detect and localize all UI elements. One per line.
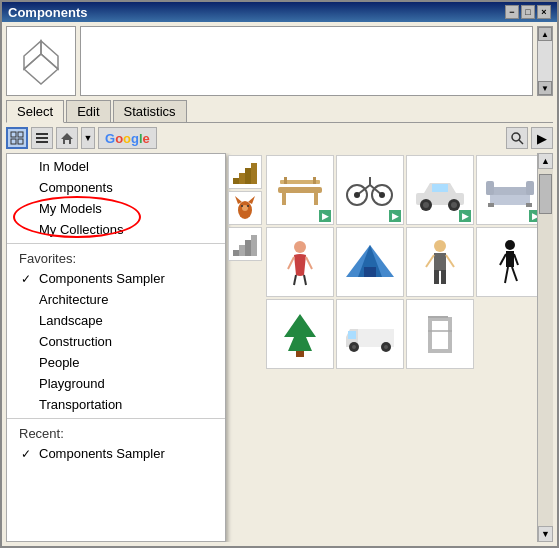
search-button[interactable] (506, 127, 528, 149)
svg-rect-29 (314, 193, 318, 205)
home-button[interactable] (56, 127, 78, 149)
walker1-image (481, 235, 537, 290)
svg-rect-4 (18, 132, 23, 137)
svg-rect-93 (348, 331, 356, 339)
svg-rect-76 (434, 270, 439, 284)
svg-marker-0 (24, 54, 58, 84)
svg-line-67 (294, 275, 296, 285)
tent-image (341, 235, 399, 290)
maximize-button[interactable]: □ (521, 5, 535, 19)
thumb-item-fox[interactable] (228, 191, 262, 225)
grid-view-button[interactable] (6, 127, 28, 149)
title-bar-buttons: − □ × (505, 5, 551, 19)
component-cell-car[interactable]: ▶ (406, 155, 474, 225)
menu-item-architecture[interactable]: Architecture (7, 289, 225, 310)
left-thumbnails (226, 153, 264, 542)
man-image (411, 235, 469, 290)
svg-line-75 (446, 255, 454, 267)
svg-line-82 (505, 267, 508, 283)
svg-line-66 (306, 257, 312, 269)
menu-item-components-sampler-recent[interactable]: ✓ Components Sampler (7, 443, 225, 464)
menu-item-landscape[interactable]: Landscape (7, 310, 225, 331)
grid-area: ▶ (264, 153, 537, 542)
tree-image (271, 307, 329, 362)
svg-marker-10 (61, 133, 73, 144)
menu-item-components-sampler[interactable]: ✓ Components Sampler (7, 268, 225, 289)
component-cell-sofa[interactable]: ▶ (476, 155, 537, 225)
component-arrow-bikes: ▶ (389, 210, 401, 222)
svg-rect-3 (11, 132, 16, 137)
woman-image (271, 235, 329, 290)
menu-item-transportation[interactable]: Transportation (7, 394, 225, 415)
component-cell-woman[interactable] (266, 227, 334, 297)
component-cell-walker1[interactable] (476, 227, 537, 297)
grid-scroll-thumb[interactable] (539, 174, 552, 214)
svg-rect-51 (526, 203, 532, 207)
svg-rect-101 (428, 349, 452, 353)
google-logo: Google (105, 131, 150, 146)
google-button[interactable]: Google (98, 127, 157, 149)
grid-view-icon (10, 131, 24, 145)
panel-body: ▲ ▼ Select Edit Statistics (2, 22, 557, 546)
checkmark-components-sampler: ✓ (19, 272, 33, 286)
svg-rect-6 (18, 139, 23, 144)
svg-marker-90 (284, 314, 316, 351)
svg-line-68 (304, 275, 306, 285)
svg-point-97 (384, 345, 388, 349)
close-button[interactable]: × (537, 5, 551, 19)
menu-item-my-models[interactable]: My Models (7, 198, 225, 219)
fox-icon (231, 194, 259, 222)
menu-item-playground[interactable]: Playground (7, 373, 225, 394)
list-view-icon (35, 131, 49, 145)
component-cell-truck[interactable] (336, 299, 404, 369)
component-cell-bikes[interactable]: ▶ (336, 155, 404, 225)
svg-point-38 (354, 192, 360, 198)
menu-item-my-collections[interactable]: My Collections (7, 219, 225, 240)
truck-image (341, 307, 399, 362)
component-cell-tent[interactable] (336, 227, 404, 297)
tab-statistics[interactable]: Statistics (113, 100, 187, 122)
svg-point-45 (451, 202, 457, 208)
svg-marker-2 (41, 41, 58, 69)
scroll-down-arrow[interactable]: ▼ (538, 81, 552, 95)
component-arrow-sofa: ▶ (529, 210, 537, 222)
thumb-item-stairs[interactable] (228, 155, 262, 189)
svg-rect-77 (441, 270, 446, 284)
menu-item-in-model[interactable]: In Model (7, 156, 225, 177)
checkmark-recent: ✓ (19, 447, 33, 461)
svg-line-80 (500, 254, 506, 265)
nav-dropdown-menu: In Model Components My Models My Collect… (6, 153, 226, 542)
grid-scrollbar: ▲ ▼ (537, 153, 553, 542)
preview-3d-icon (14, 34, 69, 89)
menu-item-construction[interactable]: Construction (7, 331, 225, 352)
preview-scrollbar: ▲ ▼ (537, 26, 553, 96)
forward-button[interactable]: ▶ (531, 127, 553, 149)
scroll-up-arrow[interactable]: ▲ (538, 27, 552, 41)
svg-rect-16 (251, 163, 257, 184)
menu-item-people[interactable]: People (7, 352, 225, 373)
minimize-button[interactable]: − (505, 5, 519, 19)
tab-select[interactable]: Select (6, 100, 64, 123)
grid-scroll-up[interactable]: ▲ (538, 153, 553, 169)
thumb-item-stairs2[interactable] (228, 227, 262, 261)
component-cell-frame[interactable] (406, 299, 474, 369)
nav-dropdown-button[interactable]: ▼ (81, 127, 95, 149)
tab-edit[interactable]: Edit (66, 100, 110, 122)
component-cell-man[interactable] (406, 227, 474, 297)
component-cell-tree[interactable] (266, 299, 334, 369)
component-cell-bench[interactable]: ▶ (266, 155, 334, 225)
grid-scroll-down[interactable]: ▼ (538, 526, 553, 542)
svg-rect-23 (233, 250, 239, 256)
list-view-button[interactable] (31, 127, 53, 149)
svg-rect-98 (428, 317, 432, 353)
svg-point-22 (247, 205, 249, 207)
preview-area: ▲ ▼ (6, 26, 553, 96)
svg-rect-49 (526, 181, 534, 195)
svg-rect-25 (245, 240, 251, 256)
svg-rect-50 (488, 203, 494, 207)
menu-item-components[interactable]: Components (7, 177, 225, 198)
main-area: In Model Components My Models My Collect… (6, 153, 553, 542)
svg-line-12 (519, 140, 523, 144)
svg-rect-13 (233, 178, 239, 184)
frame-image (411, 307, 469, 362)
